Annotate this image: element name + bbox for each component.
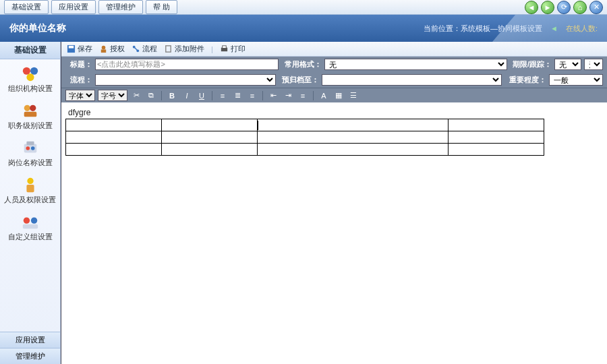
- svg-rect-16: [69, 46, 74, 49]
- format-label: 常用格式：: [281, 59, 322, 69]
- menu-app[interactable]: 应用设置: [51, 0, 96, 14]
- print-icon: [220, 44, 229, 53]
- svg-rect-14: [22, 224, 37, 229]
- svg-rect-18: [101, 49, 106, 53]
- sidebar-item-rank[interactable]: 职务级别设置: [0, 96, 60, 133]
- importance-select[interactable]: 一般: [549, 74, 603, 86]
- user-perm-icon: [20, 176, 40, 193]
- svg-point-10: [27, 178, 33, 184]
- cut-icon[interactable]: ✂: [130, 90, 142, 101]
- svg-point-0: [22, 67, 30, 75]
- print-button[interactable]: 打印: [220, 44, 245, 54]
- nav-home-icon[interactable]: ⌂: [573, 1, 587, 14]
- flow-button[interactable]: 流程: [132, 44, 157, 54]
- position-icon: [20, 139, 40, 156]
- font-size-select[interactable]: 字号: [98, 90, 127, 101]
- sidebar-item-label: 岗位名称设置: [8, 158, 53, 166]
- svg-point-17: [102, 46, 106, 50]
- table-row: [66, 119, 544, 131]
- banner-decoration: [492, 15, 607, 42]
- nav-back-icon[interactable]: ◄: [525, 1, 538, 14]
- sidebar: 基础设置 组织机构设置 职务级别设置 岗位名称设置 人员及权限设置 自定义组设置…: [0, 42, 61, 364]
- svg-point-1: [30, 67, 38, 75]
- sidebar-item-label: 组织机构设置: [8, 84, 53, 92]
- save-icon: [67, 44, 76, 53]
- copy-icon[interactable]: ⧉: [145, 90, 157, 101]
- menu-help[interactable]: 帮 助: [146, 0, 177, 14]
- svg-point-3: [24, 105, 30, 111]
- title-label: 标题：: [65, 59, 92, 69]
- attach-icon: [164, 44, 173, 53]
- flow-label: 流程：: [65, 75, 92, 85]
- indent-icon[interactable]: ⇥: [282, 90, 294, 101]
- location-label: 当前位置：: [424, 24, 461, 32]
- svg-point-12: [23, 218, 29, 224]
- outdent-icon[interactable]: ⇤: [267, 90, 279, 101]
- svg-rect-23: [223, 46, 227, 49]
- sidebar-item-org[interactable]: 组织机构设置: [0, 59, 60, 96]
- rank-icon: [20, 102, 40, 119]
- deadline-label: 期限/跟踪：: [510, 59, 552, 69]
- editor-body[interactable]: dfygre: [61, 102, 607, 364]
- richtext-toolbar: 字体 字号 ✂ ⧉ B I U ≡ ≣ ≡ ⇤ ⇥ ≡ A ▦ ☰: [61, 88, 607, 102]
- sidebar-item-label: 人员及权限设置: [4, 195, 56, 204]
- svg-point-9: [30, 146, 34, 150]
- editor-text: dfygre: [68, 108, 603, 117]
- auth-button[interactable]: 授权: [99, 44, 125, 54]
- sidebar-item-position[interactable]: 岗位名称设置: [0, 133, 60, 171]
- org-icon: [20, 65, 40, 82]
- table-icon[interactable]: ▦: [333, 90, 345, 101]
- nav-close-icon[interactable]: ✕: [589, 1, 603, 14]
- format-select[interactable]: 无: [324, 59, 508, 70]
- editor-table[interactable]: [65, 119, 544, 156]
- sidebar-tab-app[interactable]: 应用设置: [0, 332, 60, 348]
- auth-icon: [99, 44, 108, 53]
- svg-point-4: [30, 105, 36, 111]
- sidebar-item-custom-group[interactable]: 自定义组设置: [0, 208, 60, 245]
- importance-label: 重要程度：: [504, 75, 546, 85]
- bullet-list-icon[interactable]: ☰: [347, 90, 359, 101]
- align-left-icon[interactable]: ≡: [216, 90, 229, 101]
- align-right-icon[interactable]: ≡: [246, 90, 258, 101]
- flow-icon: [132, 44, 140, 53]
- save-button[interactable]: 保存: [67, 44, 92, 54]
- banner: 你的单位名称 当前位置：系统模板—协同模板设置 ◄ 在线人数:: [0, 15, 607, 42]
- sidebar-item-label: 职务级别设置: [8, 121, 53, 129]
- svg-rect-21: [166, 46, 171, 52]
- form-bar: 标题： 常用格式： 无 期限/跟踪： 无 无 流程： 预归档至： 重要程度： 一…: [61, 57, 607, 88]
- sidebar-tab-admin[interactable]: 管理维护: [0, 348, 60, 364]
- nav-forward-icon[interactable]: ►: [541, 1, 554, 14]
- svg-rect-5: [24, 112, 36, 117]
- sidebar-item-user-perm[interactable]: 人员及权限设置: [0, 171, 60, 208]
- svg-point-8: [26, 146, 30, 150]
- menu-basic[interactable]: 基础设置: [4, 0, 49, 14]
- table-row: [66, 131, 544, 144]
- svg-rect-11: [26, 185, 34, 192]
- title-input[interactable]: [95, 59, 279, 70]
- bold-icon[interactable]: B: [166, 90, 178, 101]
- archive-label: 预归档至：: [279, 75, 319, 85]
- sidebar-tab-basic[interactable]: 基础设置: [0, 42, 60, 59]
- content-area: 保存 授权 流程 添加附件 | 打印 标题： 常用格式： 无 期限/跟踪： 无 …: [61, 42, 607, 364]
- group-icon: [20, 213, 40, 231]
- attach-button[interactable]: 添加附件: [164, 44, 204, 54]
- underline-icon[interactable]: U: [196, 90, 208, 101]
- ordered-list-icon[interactable]: ≡: [297, 90, 309, 101]
- nav-refresh-icon[interactable]: ⟳: [557, 1, 571, 14]
- org-title: 你的单位名称: [9, 22, 66, 34]
- font-color-icon[interactable]: A: [318, 90, 330, 101]
- deadline-select2[interactable]: 无: [584, 59, 603, 70]
- svg-rect-7: [26, 142, 34, 146]
- align-center-icon[interactable]: ≣: [231, 90, 243, 101]
- svg-point-13: [30, 218, 36, 224]
- font-family-select[interactable]: 字体: [65, 90, 95, 101]
- table-row: [66, 144, 544, 156]
- sidebar-item-label: 自定义组设置: [8, 233, 53, 241]
- menu-admin[interactable]: 管理维护: [98, 0, 143, 14]
- flow-select[interactable]: [95, 74, 276, 86]
- deadline-select[interactable]: 无: [554, 59, 581, 70]
- italic-icon[interactable]: I: [181, 90, 193, 101]
- top-menubar: 基础设置 应用设置 管理维护 帮 助 ◄ ► ⟳ ⌂ ✕: [0, 0, 607, 15]
- svg-point-2: [26, 73, 34, 81]
- archive-select[interactable]: [322, 74, 502, 86]
